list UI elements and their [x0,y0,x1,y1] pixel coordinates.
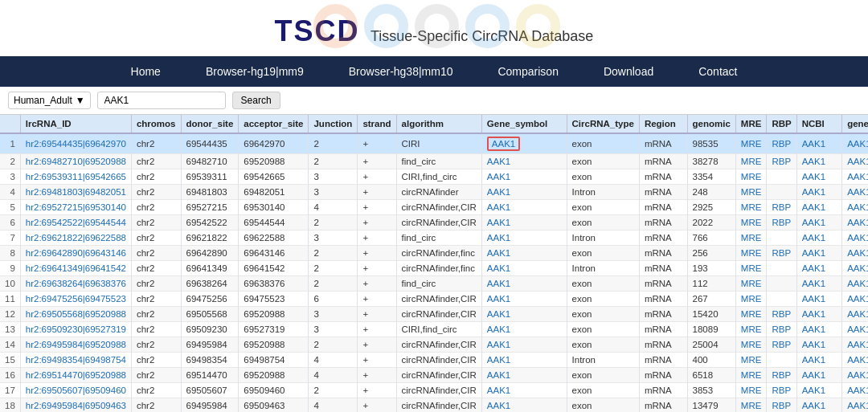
row-gene[interactable]: AAK1 [481,230,567,246]
row-ncbi[interactable]: AAK1 [796,307,841,322]
nav-contact[interactable]: Contact [676,56,760,87]
row-id[interactable]: hr2:69642890|69643146 [20,246,131,261]
row-genecards[interactable]: AAK1 [842,322,868,337]
nav-download[interactable]: Download [581,56,676,87]
row-mre[interactable]: MRE [735,276,767,292]
row-rbp[interactable]: RBP [767,322,796,337]
row-genecards[interactable]: AAK1 [842,215,868,230]
row-mre[interactable]: MRE [735,154,767,169]
row-mre[interactable]: MRE [735,383,767,398]
row-ncbi[interactable]: AAK1 [796,322,841,337]
row-genecards[interactable]: AAK1 [842,185,868,200]
row-id[interactable]: hr2:69641349|69641542 [20,261,131,276]
row-rbp[interactable]: RBP [767,246,796,261]
row-rbp[interactable]: RBP [767,398,796,413]
row-mre[interactable]: MRE [735,230,767,246]
row-gene[interactable]: AAK1 [481,307,567,322]
row-ncbi[interactable]: AAK1 [796,383,841,398]
search-button[interactable]: Search [232,92,280,109]
row-genecards[interactable]: AAK1 [842,261,868,276]
nav-home[interactable]: Home [108,56,183,87]
row-gene[interactable]: AAK1 [481,169,567,185]
row-gene[interactable]: AAK1 [481,246,567,261]
row-id[interactable]: hr2:69498354|69498754 [20,353,131,368]
row-genecards[interactable]: AAK1 [842,169,868,185]
row-gene[interactable]: AAK1 [481,353,567,368]
row-id[interactable]: hr2:69505607|69509460 [20,383,131,398]
row-genecards[interactable]: AAK1 [842,353,868,368]
row-genecards[interactable]: AAK1 [842,200,868,215]
row-mre[interactable]: MRE [735,322,767,337]
row-rbp[interactable]: RBP [767,307,796,322]
row-genecards[interactable]: AAK1 [842,276,868,292]
row-ncbi[interactable]: AAK1 [796,133,841,154]
row-gene[interactable]: AAK1 [481,154,567,169]
row-rbp[interactable]: RBP [767,383,796,398]
row-ncbi[interactable]: AAK1 [796,276,841,292]
row-mre[interactable]: MRE [735,337,767,353]
row-ncbi[interactable]: AAK1 [796,398,841,413]
row-id[interactable]: hr2:69482710|69520988 [20,154,131,169]
row-id[interactable]: hr2:69495984|69509463 [20,398,131,413]
row-gene[interactable]: AAK1 [481,276,567,292]
row-mre[interactable]: MRE [735,307,767,322]
row-mre[interactable]: MRE [735,353,767,368]
row-rbp[interactable]: RBP [767,200,796,215]
row-ncbi[interactable]: AAK1 [796,368,841,383]
row-rbp[interactable]: RBP [767,215,796,230]
row-rbp[interactable]: RBP [767,133,796,154]
row-mre[interactable]: MRE [735,368,767,383]
row-gene[interactable]: AAK1 [481,261,567,276]
row-mre[interactable]: MRE [735,292,767,307]
row-ncbi[interactable]: AAK1 [796,200,841,215]
row-genecards[interactable]: AAK1 [842,368,868,383]
row-genecards[interactable]: AAK1 [842,292,868,307]
row-mre[interactable]: MRE [735,185,767,200]
row-id[interactable]: hr2:69475256|69475523 [20,292,131,307]
row-genecards[interactable]: AAK1 [842,337,868,353]
row-ncbi[interactable]: AAK1 [796,215,841,230]
row-ncbi[interactable]: AAK1 [796,169,841,185]
row-gene[interactable]: AAK1 [481,337,567,353]
row-id[interactable]: hr2:69509230|69527319 [20,322,131,337]
row-ncbi[interactable]: AAK1 [796,230,841,246]
nav-browser-hg38[interactable]: Browser-hg38|mm10 [326,56,476,87]
row-mre[interactable]: MRE [735,246,767,261]
row-id[interactable]: hr2:69514470|69520988 [20,368,131,383]
row-id[interactable]: hr2:69542522|69544544 [20,215,131,230]
nav-browser-hg19[interactable]: Browser-hg19|mm9 [183,56,326,87]
row-gene[interactable]: AAK1 [481,368,567,383]
row-ncbi[interactable]: AAK1 [796,154,841,169]
row-gene[interactable]: AAK1 [481,215,567,230]
row-mre[interactable]: MRE [735,133,767,154]
row-genecards[interactable]: AAK1 [842,383,868,398]
row-gene[interactable]: AAK1 [481,200,567,215]
row-genecards[interactable]: AAK1 [842,307,868,322]
species-dropdown[interactable]: Human_Adult ▼ [8,92,91,109]
row-gene[interactable]: AAK1 [481,398,567,413]
row-id[interactable]: hr2:69527215|69530140 [20,200,131,215]
row-id[interactable]: hr2:69638264|69638376 [20,276,131,292]
row-rbp[interactable]: RBP [767,337,796,353]
row-rbp[interactable]: RBP [767,154,796,169]
row-id[interactable]: hr2:69544435|69642970 [20,133,131,154]
row-mre[interactable]: MRE [735,398,767,413]
row-ncbi[interactable]: AAK1 [796,261,841,276]
row-ncbi[interactable]: AAK1 [796,292,841,307]
row-id[interactable]: hr2:69621822|69622588 [20,230,131,246]
row-ncbi[interactable]: AAK1 [796,246,841,261]
nav-comparison[interactable]: Comparison [475,56,580,87]
row-gene[interactable]: AAK1 [481,292,567,307]
row-gene[interactable]: AAK1 [481,322,567,337]
row-mre[interactable]: MRE [735,169,767,185]
row-gene[interactable]: AAK1 [481,383,567,398]
row-genecards[interactable]: AAK1 [842,230,868,246]
row-ncbi[interactable]: AAK1 [796,353,841,368]
row-id[interactable]: hr2:69495984|69520988 [20,337,131,353]
row-genecards[interactable]: AAK1 [842,154,868,169]
row-genecards[interactable]: AAK1 [842,133,868,154]
row-mre[interactable]: MRE [735,215,767,230]
row-mre[interactable]: MRE [735,261,767,276]
row-mre[interactable]: MRE [735,200,767,215]
row-genecards[interactable]: AAK1 [842,398,868,413]
